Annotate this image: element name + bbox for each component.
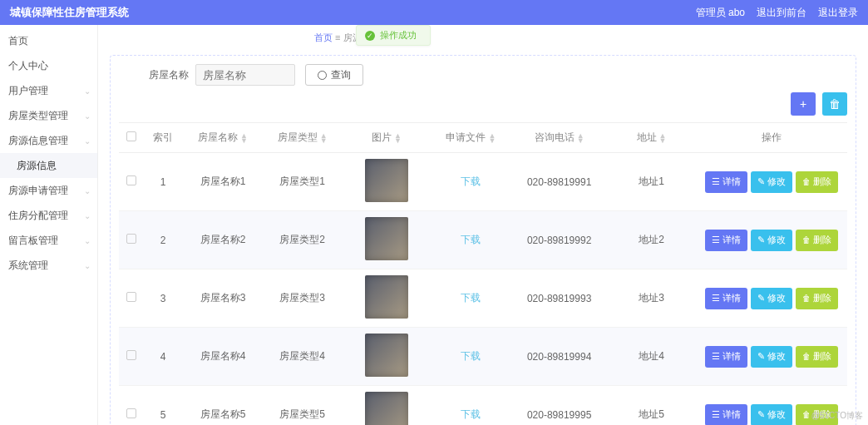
table-row: 2房屋名称2房屋类型2下载020-89819992地址2详情修改删除: [119, 211, 847, 269]
cell-index: 1: [143, 153, 183, 211]
sidebar-item[interactable]: 住房分配管理⌄: [0, 203, 97, 228]
panel: 房屋名称 查询 + 🗑 索引 房屋名称▲▼ 房屋类型▲▼ 图片▲▼ 申请文件▲▼…: [110, 55, 856, 425]
sidebar-item[interactable]: 个人中心: [0, 53, 97, 78]
cell-addr: 地址4: [608, 328, 695, 386]
cell-type: 房屋类型1: [263, 153, 343, 211]
sidebar-item[interactable]: 用户管理⌄: [0, 78, 97, 103]
cell-addr: 地址2: [608, 211, 695, 269]
sidebar-item[interactable]: 房源信息管理⌄: [0, 128, 97, 153]
delete-button[interactable]: 删除: [796, 346, 838, 368]
download-link[interactable]: 下载: [461, 234, 481, 245]
sort-icon[interactable]: ▲▼: [240, 133, 248, 143]
row-checkbox[interactable]: [126, 175, 136, 185]
cell-name: 房屋名称1: [183, 153, 263, 211]
detail-button[interactable]: 详情: [705, 171, 747, 193]
bulk-delete-button[interactable]: 🗑: [822, 92, 847, 116]
modify-button[interactable]: 修改: [751, 346, 792, 368]
thumbnail: [365, 334, 408, 377]
detail-button[interactable]: 详情: [705, 288, 747, 309]
table-row: 3房屋名称3房屋类型3下载020-89819993地址3详情修改删除: [119, 269, 847, 328]
sidebar-item[interactable]: 房屋类型管理⌄: [0, 103, 97, 128]
thumbnail: [365, 275, 408, 319]
cell-tel: 020-89819995: [510, 386, 608, 426]
sidebar: 首页个人中心用户管理⌄房屋类型管理⌄房源信息管理⌄房源信息房源申请管理⌄住房分配…: [0, 25, 98, 425]
cell-index: 4: [143, 328, 183, 386]
cell-type: 房屋类型3: [263, 269, 343, 328]
cell-index: 2: [143, 211, 183, 269]
chevron-down-icon: ⌄: [84, 186, 91, 195]
chevron-down-icon: ⌄: [84, 111, 91, 121]
toast-success: 操作成功: [356, 25, 431, 46]
delete-button[interactable]: 删除: [796, 288, 838, 309]
detail-button[interactable]: 详情: [705, 230, 747, 251]
cell-type: 房屋类型5: [263, 386, 343, 426]
search-button[interactable]: 查询: [305, 64, 363, 86]
chevron-down-icon: ⌄: [84, 261, 91, 270]
modify-button[interactable]: 修改: [751, 171, 792, 193]
delete-button[interactable]: 删除: [796, 230, 838, 251]
logout-link[interactable]: 退出登录: [818, 6, 858, 20]
thumbnail: [365, 392, 408, 425]
data-table: 索引 房屋名称▲▼ 房屋类型▲▼ 图片▲▼ 申请文件▲▼ 咨询电话▲▼ 地址▲▼…: [119, 122, 847, 425]
watermark: @51CTO博客: [811, 410, 863, 422]
modify-button[interactable]: 修改: [751, 404, 792, 426]
sidebar-item[interactable]: 系统管理⌄: [0, 253, 97, 278]
row-checkbox[interactable]: [126, 292, 136, 302]
download-link[interactable]: 下载: [461, 350, 481, 362]
row-checkbox[interactable]: [126, 408, 136, 418]
table-row: 5房屋名称5房屋类型5下载020-89819995地址5详情修改删除: [119, 386, 847, 426]
detail-button[interactable]: 详情: [705, 346, 747, 368]
chevron-down-icon: ⌄: [84, 86, 91, 96]
sort-icon[interactable]: ▲▼: [320, 133, 328, 143]
sort-icon[interactable]: ▲▼: [488, 133, 496, 143]
thumbnail: [365, 159, 408, 202]
thumbnail: [365, 217, 408, 260]
filter-input[interactable]: [195, 64, 295, 86]
add-button[interactable]: +: [791, 92, 816, 116]
content: 操作成功 首页 ≡ 房源信息 房屋名称 查询 + 🗑 索引 房屋名称▲▼: [98, 25, 868, 425]
row-checkbox[interactable]: [126, 350, 136, 360]
exit-front-link[interactable]: 退出到前台: [757, 6, 806, 20]
sidebar-item[interactable]: 留言板管理⌄: [0, 228, 97, 253]
cell-name: 房屋名称3: [183, 269, 263, 328]
table-row: 1房屋名称1房屋类型1下载020-89819991地址1详情修改删除: [119, 153, 847, 211]
table-row: 4房屋名称4房屋类型4下载020-89819994地址4详情修改删除: [119, 328, 847, 386]
cell-tel: 020-89819991: [510, 153, 608, 211]
breadcrumb-home[interactable]: 首页: [314, 32, 333, 44]
detail-button[interactable]: 详情: [705, 404, 747, 426]
topbar: 城镇保障性住房管理系统 管理员 abo 退出到前台 退出登录: [0, 0, 868, 25]
cell-index: 3: [143, 269, 183, 328]
cell-name: 房屋名称2: [183, 211, 263, 269]
select-all-checkbox[interactable]: [126, 131, 136, 141]
action-bar: + 🗑: [119, 92, 847, 116]
chevron-down-icon: ⌄: [84, 236, 91, 245]
cell-tel: 020-89819993: [510, 269, 608, 328]
modify-button[interactable]: 修改: [751, 230, 792, 251]
modify-button[interactable]: 修改: [751, 288, 792, 309]
user-label[interactable]: 管理员 abo: [696, 6, 745, 20]
cell-type: 房屋类型4: [263, 328, 343, 386]
sort-icon[interactable]: ▲▼: [659, 133, 667, 143]
delete-button[interactable]: 删除: [796, 171, 838, 193]
cell-addr: 地址3: [608, 269, 695, 328]
sort-icon[interactable]: ▲▼: [394, 133, 402, 143]
download-link[interactable]: 下载: [461, 175, 481, 187]
sort-icon[interactable]: ▲▼: [577, 133, 584, 143]
sidebar-item[interactable]: 房源信息: [0, 153, 97, 178]
cell-name: 房屋名称4: [183, 328, 263, 386]
breadcrumb: 首页 ≡ 房源信息: [98, 25, 868, 50]
chevron-down-icon: ⌄: [84, 136, 91, 146]
download-link[interactable]: 下载: [461, 408, 481, 420]
chevron-down-icon: ⌄: [84, 211, 91, 220]
row-checkbox[interactable]: [126, 234, 136, 244]
cell-addr: 地址5: [608, 386, 695, 426]
download-link[interactable]: 下载: [461, 292, 481, 304]
cell-addr: 地址1: [608, 153, 695, 211]
cell-name: 房屋名称5: [183, 386, 263, 426]
sidebar-item[interactable]: 房源申请管理⌄: [0, 178, 97, 203]
sidebar-item[interactable]: 首页: [0, 28, 97, 53]
app-title: 城镇保障性住房管理系统: [10, 5, 129, 20]
cell-type: 房屋类型2: [263, 211, 343, 269]
filter-label: 房屋名称: [149, 68, 189, 82]
cell-index: 5: [143, 386, 183, 426]
